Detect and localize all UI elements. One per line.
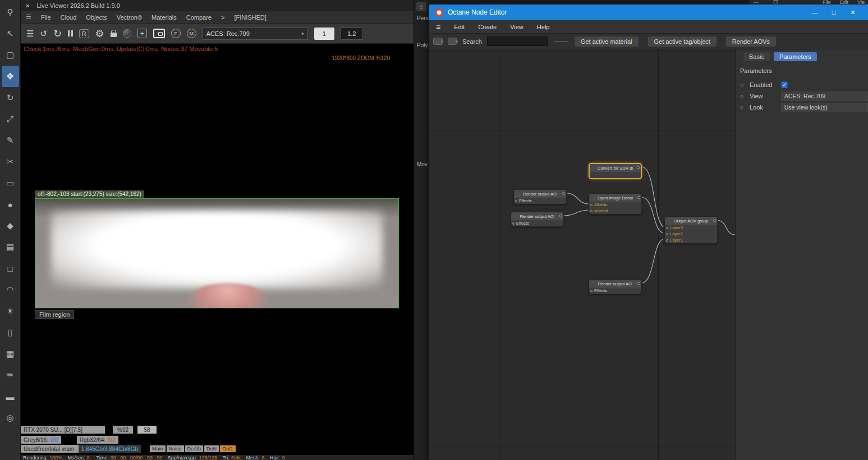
close-icon[interactable]: ✕: [25, 3, 30, 9]
render-aovs-button[interactable]: Render AOVs: [726, 37, 776, 47]
input-pin-icon[interactable]: [512, 222, 515, 225]
menu-file[interactable]: File: [41, 14, 51, 21]
ne-menu-help[interactable]: Help: [537, 24, 550, 30]
rotate-tool-icon[interactable]: ↻: [2, 87, 19, 108]
input-pin-icon[interactable]: [666, 239, 668, 242]
hamburger-icon[interactable]: ☰: [26, 29, 34, 38]
node-render-output-3[interactable]: Render output AO' Effects: [589, 279, 642, 294]
material-picker-icon[interactable]: M: [187, 29, 196, 38]
menu-cloud[interactable]: Cloud: [61, 14, 77, 21]
node-row-layer3[interactable]: Layer3: [670, 225, 683, 230]
output-pin-icon[interactable]: [637, 282, 640, 285]
node-graph-canvas[interactable]: Render output AO' Effects Render output …: [429, 49, 735, 460]
marquee-tool-icon[interactable]: ▢: [2, 44, 19, 66]
gamma-field[interactable]: 1.2: [341, 28, 363, 40]
get-active-material-button[interactable]: Get active material: [575, 37, 639, 47]
input-pin-icon[interactable]: [515, 200, 517, 202]
node-render-output-1[interactable]: Render output AO' Effects: [513, 189, 567, 204]
resolution-scale-field[interactable]: 1: [314, 28, 334, 40]
viewport-menu-icon[interactable]: ≡: [416, 2, 426, 11]
layers-object-icon[interactable]: ▤: [2, 236, 19, 258]
input-pin-icon[interactable]: [590, 210, 593, 212]
close-button[interactable]: ✕: [843, 9, 862, 16]
settings-gear-icon[interactable]: ⚙: [95, 29, 104, 39]
reset-button[interactable]: R: [79, 29, 89, 38]
output-pin-icon[interactable]: [562, 192, 565, 195]
boxes-object-icon[interactable]: ▦: [2, 343, 19, 365]
plane-object-icon[interactable]: ▭: [2, 172, 19, 194]
cube-outline-icon[interactable]: □: [2, 258, 19, 279]
search-input[interactable]: [487, 37, 548, 46]
node-editor-titlebar[interactable]: Octane Node Editor — □ ✕: [429, 4, 868, 20]
node-render-output-2[interactable]: Render output AO' Effects: [511, 212, 564, 227]
light-object-icon[interactable]: ☀: [2, 300, 19, 322]
pause-render-icon[interactable]: [68, 30, 73, 37]
cube-object-icon[interactable]: ◆: [2, 215, 19, 236]
node-row-effects[interactable]: Effects: [516, 221, 529, 226]
node-row-layer1[interactable]: Layer1: [670, 238, 683, 243]
menu-compare[interactable]: Compare: [186, 14, 212, 21]
knife-tool-icon[interactable]: ✂: [2, 151, 19, 172]
output-pin-icon[interactable]: [713, 219, 716, 222]
node-row-effects[interactable]: Effects: [594, 288, 607, 293]
output-pin-icon[interactable]: [637, 166, 640, 169]
pen-tool-icon[interactable]: ✎: [2, 130, 19, 151]
view-select[interactable]: ACES: Rec.709: [781, 92, 868, 101]
look-select[interactable]: Use view look(s): [781, 103, 868, 112]
render-region-image[interactable]: [35, 198, 399, 308]
tab-parameters[interactable]: Parameters: [774, 52, 817, 61]
pass-button-den[interactable]: DeN: [204, 445, 219, 452]
maximize-button[interactable]: □: [824, 9, 843, 16]
menu-objects[interactable]: Objects: [86, 14, 107, 21]
pass-button-dealb[interactable]: DeAlb: [185, 445, 204, 452]
node-output-aov-group[interactable]: Output AOV group Layer3 Layer2 Layer1: [664, 216, 718, 244]
menu-materials[interactable]: Materials: [151, 14, 177, 21]
add-icon[interactable]: +: [137, 29, 147, 38]
restart-render-icon[interactable]: ↺: [40, 29, 47, 38]
select-tool-icon[interactable]: ↖: [2, 23, 19, 44]
colorspace-dropdown[interactable]: ACES: Rec.709 ▾: [203, 28, 308, 40]
zoom-tool-icon[interactable]: ⚲: [2, 2, 19, 23]
bed-object-icon[interactable]: ▬: [2, 386, 19, 407]
enabled-checkbox[interactable]: ✓: [781, 81, 788, 88]
pencil-tool-icon[interactable]: ✏: [2, 365, 19, 386]
node-type-icon-2[interactable]: [448, 38, 457, 45]
menu-overflow-chevron[interactable]: >: [221, 14, 224, 21]
arch-object-icon[interactable]: ◠: [2, 279, 19, 300]
viewport-label-mov[interactable]: Mov: [417, 161, 428, 167]
tab-basic[interactable]: Basic: [743, 52, 770, 61]
film-settings-icon[interactable]: F: [171, 29, 181, 38]
node-row-normal[interactable]: Normal: [594, 208, 608, 213]
pass-button-noise[interactable]: Noise: [167, 445, 184, 452]
pass-button-main[interactable]: Main: [150, 445, 166, 452]
move-tool-icon[interactable]: ✥: [2, 66, 19, 87]
node-convert-for-sdr[interactable]: Convert for SDR di: [589, 163, 642, 179]
ne-menu-edit[interactable]: Edit: [454, 24, 465, 30]
viewport-label-pers[interactable]: Pers: [417, 15, 429, 21]
material-ball-icon[interactable]: [123, 29, 131, 38]
node-open-image-denoiser[interactable]: Open Image Denoi Albedo Normal: [589, 193, 642, 215]
input-pin-icon[interactable]: [590, 204, 593, 206]
scale-tool-icon[interactable]: ⤢: [2, 108, 19, 130]
refresh-render-icon[interactable]: ↻: [53, 29, 62, 39]
sphere-object-icon[interactable]: ●: [2, 194, 19, 215]
node-row-layer2[interactable]: Layer2: [670, 231, 683, 236]
output-pin-icon[interactable]: [637, 196, 640, 199]
get-active-tag-object-button[interactable]: Get active tag/object: [648, 37, 717, 47]
viewport-label-poly[interactable]: Poly: [417, 42, 428, 48]
output-pin-icon[interactable]: [559, 215, 562, 217]
node-row-albedo[interactable]: Albedo: [594, 202, 607, 207]
render-region-icon[interactable]: [153, 29, 165, 38]
minimize-button[interactable]: —: [805, 9, 824, 16]
input-pin-icon[interactable]: [666, 233, 668, 235]
menu-icon[interactable]: ☰: [26, 13, 31, 21]
target-tool-icon[interactable]: ◎: [2, 407, 19, 429]
input-pin-icon[interactable]: [666, 227, 668, 229]
node-type-icon[interactable]: [433, 38, 443, 45]
input-pin-icon[interactable]: [590, 290, 593, 292]
node-row-effects[interactable]: Effects: [519, 198, 532, 203]
cylinder-object-icon[interactable]: ▯: [2, 322, 19, 343]
menu-vectron[interactable]: Vectron®: [117, 14, 142, 21]
lock-resolution-icon[interactable]: [111, 33, 117, 37]
hamburger-icon[interactable]: ≡: [436, 22, 440, 31]
